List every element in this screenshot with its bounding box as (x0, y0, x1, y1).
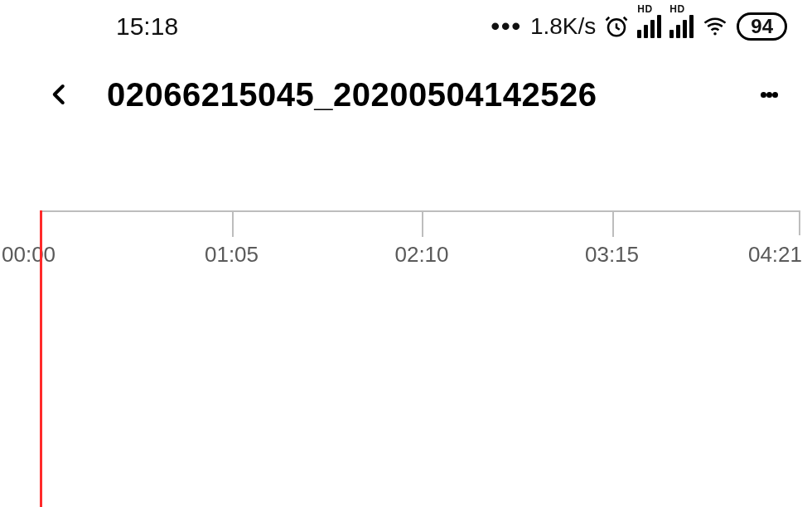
timeline-tick-label: 03:15 (585, 242, 639, 268)
timeline-tick-label: 04:21 (748, 242, 802, 268)
status-bar: 15:18 ••• 1.8K/s HD HD (0, 0, 812, 53)
timeline-ruler: 00:0001:0502:1003:1504:21 (40, 210, 800, 235)
signal-sim1-icon: HD (637, 15, 661, 38)
back-button[interactable] (37, 72, 82, 117)
app-bar: 02066215045_20200504142526 (0, 53, 812, 136)
timeline[interactable]: 00:0001:0502:1003:1504:21 (0, 210, 812, 492)
playhead[interactable] (40, 210, 42, 507)
status-clock: 15:18 (116, 12, 178, 41)
more-options-button[interactable] (751, 72, 787, 117)
timeline-tick-label: 02:10 (394, 242, 448, 268)
timeline-tick (232, 212, 234, 237)
battery-indicator: 94 (737, 12, 787, 41)
timeline-tick-label: 01:05 (205, 242, 259, 268)
alarm-icon (604, 14, 629, 39)
timeline-tick (612, 212, 614, 237)
battery-percent: 94 (751, 17, 773, 36)
signal-icons: HD HD (637, 15, 694, 38)
status-right: ••• 1.8K/s HD HD (491, 12, 787, 41)
timeline-tick-label: 00:00 (2, 242, 56, 268)
timeline-tick (422, 212, 423, 237)
svg-point-1 (714, 32, 718, 36)
wifi-icon (702, 14, 728, 39)
page-title: 02066215045_20200504142526 (107, 76, 726, 113)
more-indicator-icon: ••• (491, 12, 522, 41)
network-speed: 1.8K/s (530, 13, 596, 40)
signal-sim2-icon: HD (669, 15, 694, 38)
